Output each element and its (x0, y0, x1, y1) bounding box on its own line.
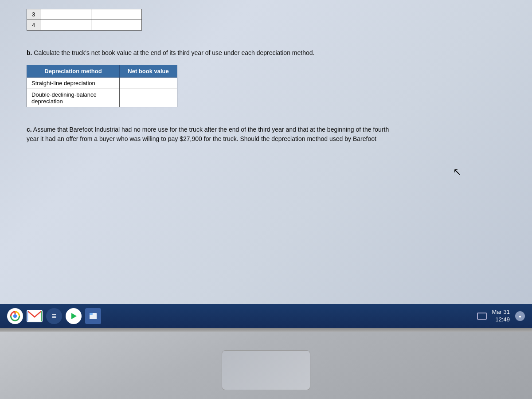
taskbar-system-tray: Mar 31 12:49 ● (477, 309, 525, 324)
gmail-icon[interactable] (27, 310, 43, 322)
settings-icon[interactable]: ● (515, 311, 525, 321)
files-icon[interactable] (85, 308, 101, 324)
laptop-screen: 3 4 b. Calculate the truck's net book va… (0, 0, 532, 328)
svg-rect-7 (90, 313, 93, 315)
value-double-declining-input[interactable] (120, 89, 177, 107)
question-b-label: b. (27, 49, 32, 56)
question-c-text: c. Assume that Barefoot Industrial had n… (27, 125, 505, 144)
col-net-book-value: Net book value (120, 65, 177, 78)
question-c-body-2: year it had an offer from a buyer who wa… (27, 135, 376, 142)
method-double-declining: Double-declining-balancedepreciation (27, 89, 120, 107)
laptop-touchpad[interactable] (222, 350, 310, 390)
question-b-text: b. Calculate the truck's net book value … (27, 48, 505, 58)
svg-point-1 (13, 314, 17, 318)
time-display: 12:49 (495, 316, 510, 324)
laptop-base: hp (0, 332, 532, 399)
svg-marker-5 (71, 313, 77, 319)
depreciation-table: Depreciation method Net book value Strai… (27, 65, 177, 107)
top-table: 3 4 (27, 9, 142, 31)
date-time[interactable]: Mar 31 12:49 (492, 309, 510, 324)
table-cell[interactable] (91, 20, 142, 31)
display-icon[interactable] (477, 313, 487, 320)
row-number: 3 (27, 9, 40, 20)
table-cell[interactable] (40, 9, 91, 20)
table-row: Straight-line depreciation (27, 78, 177, 89)
method-straight-line: Straight-line depreciation (27, 78, 120, 89)
question-c-body-1: Assume that Barefoot Industrial had no m… (33, 126, 389, 133)
menu-icon[interactable]: ≡ (46, 308, 62, 324)
table-cell[interactable] (40, 20, 91, 31)
chrome-icon[interactable] (7, 308, 23, 324)
table-cell[interactable] (91, 9, 142, 20)
table-row: 4 (27, 20, 142, 31)
question-c-label: c. (27, 126, 32, 133)
question-c: c. Assume that Barefoot Industrial had n… (27, 125, 505, 144)
table-row: 3 (27, 9, 142, 20)
table-row: Double-declining-balancedepreciation (27, 89, 177, 107)
taskbar: ≡ Mar 31 12:49 ● (0, 304, 532, 328)
question-b: b. Calculate the truck's net book value … (27, 48, 505, 107)
table-header-row: Depreciation method Net book value (27, 65, 177, 78)
laptop-body: hp (0, 328, 532, 399)
value-straight-line-input[interactable] (120, 78, 177, 89)
row-number: 4 (27, 20, 40, 31)
laptop-hinge (0, 328, 532, 332)
date-display: Mar 31 (492, 309, 510, 316)
cursor-arrow: ↖ (453, 166, 461, 178)
question-b-body: Calculate the truck's net book value at … (34, 49, 314, 56)
content-area: 3 4 b. Calculate the truck's net book va… (0, 0, 532, 309)
play-icon[interactable] (66, 308, 82, 324)
col-depreciation-method: Depreciation method (27, 65, 120, 78)
